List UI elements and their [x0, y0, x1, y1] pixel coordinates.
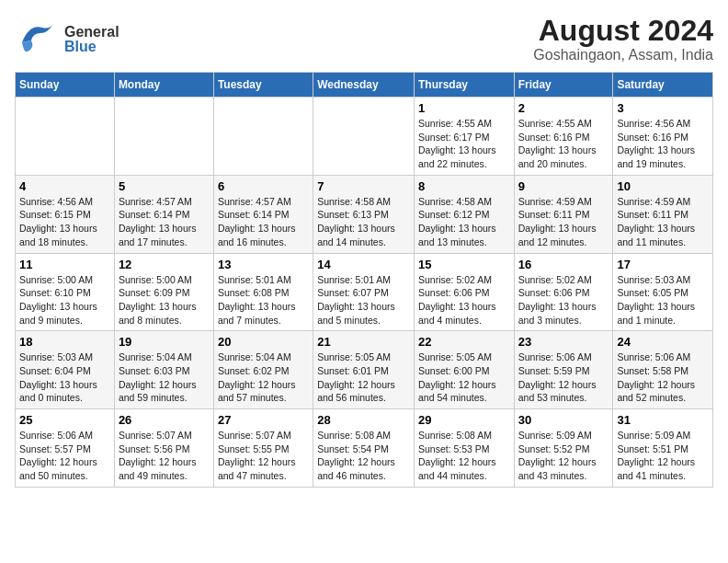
day-number: 25 [19, 413, 110, 427]
day-number: 16 [518, 258, 609, 271]
calendar-cell: 15Sunrise: 5:02 AM Sunset: 6:06 PM Dayli… [414, 253, 514, 331]
calendar-cell: 11Sunrise: 5:00 AM Sunset: 6:10 PM Dayli… [16, 253, 115, 331]
day-info: Sunrise: 5:05 AM Sunset: 6:01 PM Dayligh… [317, 350, 410, 405]
day-info: Sunrise: 5:03 AM Sunset: 6:04 PM Dayligh… [19, 350, 110, 405]
day-number: 3 [617, 101, 709, 115]
day-number: 22 [418, 335, 510, 349]
calendar-week-row: 25Sunrise: 5:06 AM Sunset: 5:57 PM Dayli… [16, 409, 713, 488]
day-info: Sunrise: 5:01 AM Sunset: 6:08 PM Dayligh… [218, 273, 309, 327]
calendar-cell: 12Sunrise: 5:00 AM Sunset: 6:09 PM Dayli… [114, 253, 213, 331]
calendar-cell: 10Sunrise: 4:59 AM Sunset: 6:11 PM Dayli… [613, 175, 713, 253]
day-number: 4 [19, 179, 110, 193]
calendar-cell: 13Sunrise: 5:01 AM Sunset: 6:08 PM Dayli… [213, 253, 313, 331]
logo-blue-text: Blue [64, 40, 119, 54]
logo-text: General Blue [64, 25, 119, 54]
calendar-cell: 2Sunrise: 4:55 AM Sunset: 6:16 PM Daylig… [514, 98, 613, 176]
header: General Blue August 2024 Goshaingaon, As… [15, 15, 713, 64]
day-number: 6 [218, 179, 309, 193]
day-info: Sunrise: 5:07 AM Sunset: 5:55 PM Dayligh… [218, 429, 309, 483]
calendar-cell: 19Sunrise: 5:04 AM Sunset: 6:03 PM Dayli… [114, 331, 213, 409]
day-number: 8 [418, 179, 510, 193]
calendar-week-row: 4Sunrise: 4:56 AM Sunset: 6:15 PM Daylig… [16, 175, 713, 253]
header-sunday: Sunday [16, 73, 115, 98]
day-number: 20 [218, 335, 309, 349]
calendar-cell: 29Sunrise: 5:08 AM Sunset: 5:53 PM Dayli… [414, 409, 514, 488]
calendar-cell [16, 98, 115, 176]
calendar-week-row: 18Sunrise: 5:03 AM Sunset: 6:04 PM Dayli… [16, 331, 713, 409]
calendar-cell: 3Sunrise: 4:56 AM Sunset: 6:16 PM Daylig… [613, 98, 713, 176]
day-number: 1 [418, 101, 510, 115]
day-info: Sunrise: 5:06 AM Sunset: 5:58 PM Dayligh… [617, 350, 709, 405]
day-number: 12 [119, 258, 210, 271]
day-info: Sunrise: 5:05 AM Sunset: 6:00 PM Dayligh… [418, 350, 510, 405]
day-info: Sunrise: 4:57 AM Sunset: 6:14 PM Dayligh… [218, 195, 309, 249]
day-number: 24 [617, 335, 709, 349]
day-info: Sunrise: 5:01 AM Sunset: 6:07 PM Dayligh… [317, 273, 410, 327]
day-info: Sunrise: 4:59 AM Sunset: 6:11 PM Dayligh… [617, 195, 709, 249]
day-number: 11 [19, 258, 110, 271]
day-info: Sunrise: 4:55 AM Sunset: 6:17 PM Dayligh… [418, 117, 510, 171]
calendar-cell [313, 98, 415, 176]
calendar-title: August 2024 [533, 15, 713, 47]
day-number: 31 [617, 413, 709, 427]
day-info: Sunrise: 5:08 AM Sunset: 5:53 PM Dayligh… [418, 429, 510, 483]
header-saturday: Saturday [613, 73, 713, 98]
calendar-cell: 16Sunrise: 5:02 AM Sunset: 6:06 PM Dayli… [514, 253, 613, 331]
day-number: 26 [119, 413, 210, 427]
calendar-table: SundayMondayTuesdayWednesdayThursdayFrid… [15, 72, 713, 488]
day-info: Sunrise: 4:55 AM Sunset: 6:16 PM Dayligh… [518, 117, 609, 171]
calendar-cell: 4Sunrise: 4:56 AM Sunset: 6:15 PM Daylig… [16, 175, 115, 253]
day-info: Sunrise: 4:58 AM Sunset: 6:12 PM Dayligh… [418, 195, 510, 249]
calendar-cell: 24Sunrise: 5:06 AM Sunset: 5:58 PM Dayli… [613, 331, 713, 409]
day-number: 2 [518, 101, 609, 115]
day-number: 13 [218, 258, 309, 271]
day-info: Sunrise: 4:59 AM Sunset: 6:11 PM Dayligh… [518, 195, 609, 249]
day-number: 19 [119, 335, 210, 349]
day-number: 7 [317, 179, 410, 193]
day-info: Sunrise: 4:56 AM Sunset: 6:15 PM Dayligh… [19, 195, 110, 249]
calendar-cell: 9Sunrise: 4:59 AM Sunset: 6:11 PM Daylig… [514, 175, 613, 253]
logo-general-text: General [64, 25, 119, 40]
day-number: 17 [617, 258, 709, 271]
calendar-cell [213, 98, 313, 176]
calendar-cell: 21Sunrise: 5:05 AM Sunset: 6:01 PM Dayli… [313, 331, 415, 409]
day-number: 14 [317, 258, 410, 271]
day-info: Sunrise: 5:06 AM Sunset: 5:59 PM Dayligh… [518, 350, 609, 405]
day-info: Sunrise: 5:04 AM Sunset: 6:03 PM Dayligh… [119, 350, 210, 405]
calendar-cell: 30Sunrise: 5:09 AM Sunset: 5:52 PM Dayli… [514, 409, 613, 488]
calendar-cell: 26Sunrise: 5:07 AM Sunset: 5:56 PM Dayli… [114, 409, 213, 488]
day-info: Sunrise: 5:00 AM Sunset: 6:10 PM Dayligh… [19, 273, 110, 327]
header-tuesday: Tuesday [213, 73, 313, 98]
day-info: Sunrise: 5:04 AM Sunset: 6:02 PM Dayligh… [218, 350, 309, 405]
calendar-subtitle: Goshaingaon, Assam, India [533, 47, 713, 63]
header-thursday: Thursday [414, 73, 514, 98]
header-friday: Friday [514, 73, 613, 98]
day-info: Sunrise: 4:56 AM Sunset: 6:16 PM Dayligh… [617, 117, 709, 171]
day-info: Sunrise: 5:09 AM Sunset: 5:51 PM Dayligh… [617, 429, 709, 483]
day-info: Sunrise: 5:03 AM Sunset: 6:05 PM Dayligh… [617, 273, 709, 327]
header-wednesday: Wednesday [313, 73, 415, 98]
day-number: 27 [218, 413, 309, 427]
calendar-week-row: 11Sunrise: 5:00 AM Sunset: 6:10 PM Dayli… [16, 253, 713, 331]
day-info: Sunrise: 5:02 AM Sunset: 6:06 PM Dayligh… [518, 273, 609, 327]
calendar-cell: 8Sunrise: 4:58 AM Sunset: 6:12 PM Daylig… [414, 175, 514, 253]
day-number: 15 [418, 258, 510, 271]
calendar-cell: 18Sunrise: 5:03 AM Sunset: 6:04 PM Dayli… [16, 331, 115, 409]
day-number: 10 [617, 179, 709, 193]
header-monday: Monday [114, 73, 213, 98]
day-info: Sunrise: 5:02 AM Sunset: 6:06 PM Dayligh… [418, 273, 510, 327]
day-number: 29 [418, 413, 510, 427]
calendar-week-row: 1Sunrise: 4:55 AM Sunset: 6:17 PM Daylig… [16, 98, 713, 176]
calendar-cell: 1Sunrise: 4:55 AM Sunset: 6:17 PM Daylig… [414, 98, 514, 176]
day-info: Sunrise: 5:07 AM Sunset: 5:56 PM Dayligh… [119, 429, 210, 483]
day-number: 5 [119, 179, 210, 193]
day-number: 18 [19, 335, 110, 349]
day-info: Sunrise: 4:58 AM Sunset: 6:13 PM Dayligh… [317, 195, 410, 249]
day-number: 28 [317, 413, 410, 427]
calendar-cell: 6Sunrise: 4:57 AM Sunset: 6:14 PM Daylig… [213, 175, 313, 253]
day-info: Sunrise: 5:09 AM Sunset: 5:52 PM Dayligh… [518, 429, 609, 483]
day-number: 23 [518, 335, 609, 349]
calendar-cell: 7Sunrise: 4:58 AM Sunset: 6:13 PM Daylig… [313, 175, 415, 253]
calendar-cell: 27Sunrise: 5:07 AM Sunset: 5:55 PM Dayli… [213, 409, 313, 488]
calendar-cell: 14Sunrise: 5:01 AM Sunset: 6:07 PM Dayli… [313, 253, 415, 331]
